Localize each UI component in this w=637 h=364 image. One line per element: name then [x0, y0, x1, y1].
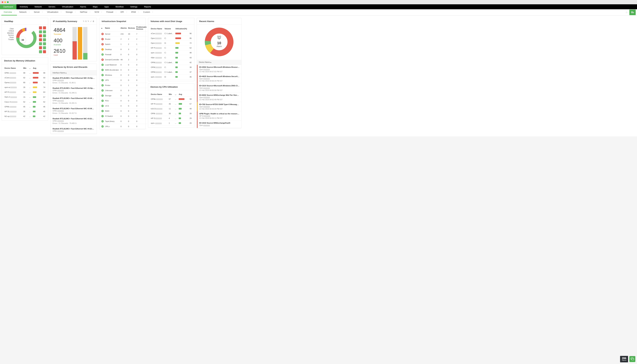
- heatmap-cell[interactable]: [43, 34, 46, 37]
- topnav-maps[interactable]: Maps: [89, 4, 101, 9]
- table-row[interactable]: HP DL35...45: [4, 109, 46, 114]
- subnav-custom[interactable]: Custom: [141, 9, 155, 16]
- table-row[interactable]: HP D4...29: [150, 116, 192, 121]
- alarm-item[interactable]: APM Plugin: Health is critical as the re…: [197, 111, 241, 120]
- col-header[interactable]: Device Name: [150, 92, 168, 97]
- heatmap-cell[interactable]: [39, 26, 42, 29]
- table-row[interactable]: OpmC:95: [150, 36, 192, 41]
- subnav-ipam[interactable]: IPAM: [129, 9, 141, 16]
- topnav-dashboard[interactable]: Dashboard: [0, 4, 17, 9]
- table-row[interactable]: Opma80...81: [4, 80, 46, 85]
- table-row[interactable]: ✓Unknown030: [101, 88, 147, 93]
- alarm-item[interactable]: ID=4625 Source=Microsoft-Windows-Securit…: [197, 74, 241, 83]
- table-row[interactable]: ✓Firewall000: [101, 52, 147, 57]
- interface-item[interactable]: Realtek RTL8139C+ Fast Ethernet NIC #3-N…: [51, 76, 97, 86]
- heatmap-cell[interactable]: [39, 50, 42, 53]
- table-row[interactable]: ✓Printer010: [101, 83, 147, 88]
- col-header[interactable]: ...: [29, 66, 32, 70]
- heatmap-cell[interactable]: [39, 34, 42, 37]
- interface-item[interactable]: Realtek RTL8139C+ Fast Ethernet NIC #3-W…: [51, 106, 97, 116]
- table-row[interactable]: Opm-215...57: [4, 94, 46, 100]
- col-header[interactable]: Utilization(%): [175, 26, 189, 31]
- heatmap-cell[interactable]: [43, 26, 46, 29]
- export-icon[interactable]: ⎘: [85, 20, 87, 22]
- heatmap-cell[interactable]: [43, 42, 46, 45]
- col-header[interactable]: Volume: [164, 26, 175, 31]
- alarm-item[interactable]: ID=1010 Source=MSExchangeFastSOpm: [197, 120, 241, 128]
- table-row[interactable]: ✓Load Balancer000: [101, 62, 147, 68]
- subnav-netflow[interactable]: NetFlow: [78, 9, 92, 16]
- subnav-firewall[interactable]: Firewall: [104, 9, 118, 16]
- col-header[interactable]: ...: [174, 92, 178, 97]
- heatmap-cell[interactable]: [39, 42, 42, 45]
- expand-icon[interactable]: ⤢: [90, 20, 92, 22]
- table-row[interactable]: OPMc97...99: [150, 96, 192, 102]
- close-icon[interactable]: [2, 1, 3, 3]
- interface-item[interactable]: Realtek RTL8139C+ Fast Ethernet NIC #3-E…: [51, 116, 97, 126]
- table-row[interactable]: ✓TapeLibrary000: [101, 119, 147, 124]
- table-row[interactable]: !Desktop832: [101, 47, 147, 52]
- topnav-servers[interactable]: Servers: [45, 4, 59, 9]
- alarm-item[interactable]: ID=6002 Source=MSExchange Mid-Tier Stora…: [197, 93, 241, 102]
- table-row[interactable]: N2-op42...42: [4, 114, 46, 119]
- table-row[interactable]: opm-1...28: [150, 121, 192, 126]
- heatmap-cell[interactable]: [39, 38, 42, 41]
- table-row[interactable]: ✕Switch121: [101, 42, 147, 47]
- subnav-storage[interactable]: Storage: [63, 9, 78, 16]
- subnav-ncm[interactable]: NCM: [92, 9, 104, 16]
- topnav-reports[interactable]: Reports: [141, 4, 154, 9]
- alarm-item[interactable]: ID=2004 Source=Microsoft-Windows-Resourc…: [197, 65, 241, 74]
- col-header[interactable]: Min: [168, 92, 174, 97]
- interface-item[interactable]: Realtek RTL8139C+ Fast Ethernet NIC #3-N…: [51, 86, 97, 96]
- table-row[interactable]: vCent92...93: [4, 76, 46, 80]
- heatmap-cell[interactable]: [39, 46, 42, 49]
- table-row[interactable]: HP Pr59...63: [4, 90, 46, 94]
- heatmap-cell[interactable]: [39, 30, 42, 33]
- subnav-network[interactable]: Network: [17, 9, 32, 16]
- heatmap-cell[interactable]: [43, 50, 46, 53]
- topnav-apps[interactable]: Apps: [101, 4, 112, 9]
- topnav-workflow[interactable]: Workflow: [112, 4, 127, 9]
- col-header[interactable]: Device Name: [4, 66, 23, 70]
- interface-item[interactable]: Realtek RTL8139C+ Fast Ethernet NIC #4-E…: [51, 126, 97, 134]
- table-row[interactable]: ✕Server215207: [101, 32, 147, 36]
- table-row[interactable]: HP PC:52: [150, 46, 192, 50]
- table-row[interactable]: OPM-30...39: [150, 111, 192, 116]
- col-header[interactable]: Device Name: [150, 26, 164, 31]
- table-row[interactable]: ✓RAID000: [101, 108, 147, 114]
- table-row[interactable]: ✓UCS000: [101, 104, 147, 108]
- alarm-sort-header[interactable]: Device Name ▴: [197, 60, 241, 65]
- topnav-inventory[interactable]: Inventory: [17, 4, 31, 9]
- interfaces-sort-header[interactable]: Interface Name ▴: [51, 70, 97, 76]
- table-row[interactable]: ✕DomainController4922: [101, 57, 147, 62]
- minimize-icon[interactable]: [4, 1, 6, 3]
- table-row[interactable]: ✓Wireless000: [101, 72, 147, 78]
- col-header[interactable]: Avg: [178, 92, 188, 97]
- heatmap-cell[interactable]: [43, 38, 46, 41]
- table-row[interactable]: ✓Storage000: [101, 93, 147, 98]
- topnav-network[interactable]: Network: [31, 4, 45, 9]
- interface-item[interactable]: Realtek RTL8139C+ Fast Ethernet NIC #3-W…: [51, 96, 97, 106]
- subnav-dpi[interactable]: DPI: [118, 9, 129, 16]
- table-row[interactable]: opm-w26...74: [4, 85, 46, 90]
- topnav-virtualization[interactable]: Virtualization: [59, 4, 77, 9]
- delete-icon[interactable]: 🗑: [93, 20, 94, 22]
- table-row[interactable]: OPMC:\ Label...42: [150, 60, 192, 65]
- table-row[interactable]: ✓FCSwitch000: [101, 114, 147, 119]
- table-row[interactable]: ✕Router222: [101, 36, 147, 42]
- table-row[interactable]: Cisco 352...52: [4, 100, 46, 104]
- subnav-overview[interactable]: Overview: [1, 9, 17, 16]
- table-row[interactable]: vCenC:\ Label...96: [150, 31, 192, 36]
- table-row[interactable]: OpmD:72: [150, 41, 192, 46]
- table-row[interactable]: OPM-98...98: [4, 70, 46, 76]
- star-icon[interactable]: ☆: [624, 10, 629, 15]
- heatmap-cell[interactable]: [43, 46, 46, 49]
- col-header[interactable]: Min: [23, 66, 29, 70]
- maximize-icon[interactable]: [7, 1, 9, 3]
- subnav-virtualization[interactable]: Virtualization: [45, 9, 63, 16]
- table-row[interactable]: OPMc45...46: [4, 104, 46, 109]
- table-row[interactable]: k16-D11...49: [150, 106, 192, 111]
- alarm-item[interactable]: ID=700 Source=NTDS ISAM Type=3 Message=N…: [197, 102, 241, 111]
- topnav-settings[interactable]: Settings: [127, 4, 141, 9]
- add-widget-button[interactable]: [629, 10, 636, 15]
